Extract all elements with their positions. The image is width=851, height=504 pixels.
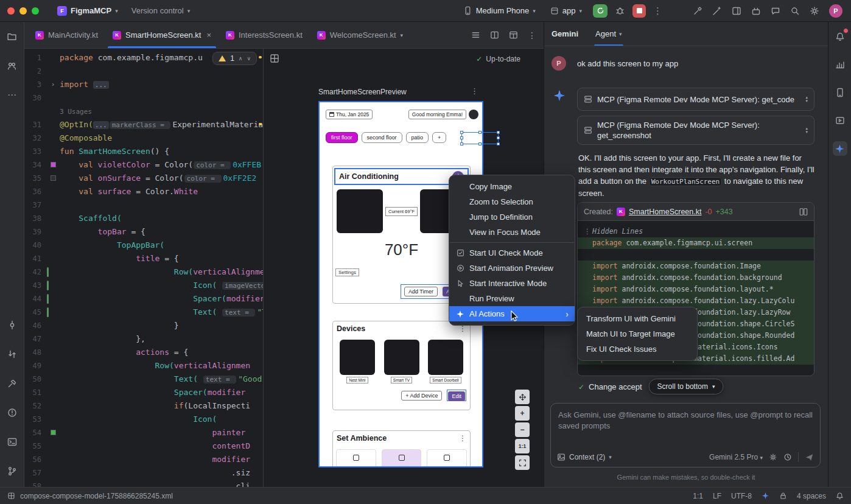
run-apply-changes-button[interactable]: [593, 4, 608, 18]
created-file-link[interactable]: SmartHomeScreen.kt: [629, 208, 701, 216]
tool-call-card-get-screenshot[interactable]: MCP (Figma Remote Dev Mode MCP Server): …: [577, 116, 814, 145]
zoom-to-fit-button[interactable]: [515, 455, 530, 470]
tools-icon[interactable]: [693, 6, 702, 16]
preview-more-icon[interactable]: ⋮: [471, 86, 478, 96]
zoom-in-button[interactable]: +: [515, 406, 530, 421]
ambience-more-icon[interactable]: ⋮: [459, 434, 466, 443]
build-tool-button[interactable]: [5, 376, 19, 391]
resource-manager-button[interactable]: [5, 58, 19, 73]
resize-handle[interactable]: [460, 131, 463, 134]
notifications-button[interactable]: [833, 29, 847, 44]
layout-columns-icon[interactable]: [732, 6, 741, 16]
tool-call-card-get-code[interactable]: MCP (Figma Remote Dev Mode MCP Server): …: [577, 88, 814, 111]
chip-patio[interactable]: patio: [406, 132, 429, 143]
settings-gear-icon[interactable]: [810, 6, 819, 16]
component-selection-box[interactable]: [461, 132, 499, 144]
inspection-widget[interactable]: 1 ∧ ∨: [212, 52, 257, 65]
next-issue-icon[interactable]: ∨: [247, 55, 251, 61]
more-options-icon[interactable]: ⋮: [528, 30, 536, 40]
plugins-icon[interactable]: [751, 6, 761, 16]
add-device-button[interactable]: + Add Device: [401, 391, 442, 401]
split-editor-icon[interactable]: [490, 30, 499, 40]
chip-second-floor[interactable]: second floor: [362, 132, 402, 143]
settings-chip[interactable]: Settings: [335, 268, 359, 276]
magic-wand-icon[interactable]: [712, 6, 722, 16]
add-timer-button[interactable]: Add Timer: [404, 287, 438, 296]
device-item[interactable]: Smart Doorbell: [424, 340, 467, 383]
devices-more-icon[interactable]: ⋮: [459, 324, 466, 333]
debug-icon[interactable]: [615, 5, 625, 16]
menu-item-jump-to-definition[interactable]: Jump to Definition: [449, 209, 575, 225]
minimize-window-button[interactable]: [19, 7, 27, 15]
stop-button[interactable]: [632, 4, 646, 18]
expand-icon[interactable]: ▴▾: [805, 96, 808, 103]
device-item[interactable]: Smart TV: [380, 340, 423, 383]
zoom-out-button[interactable]: −: [515, 422, 530, 437]
submenu-item-fix-ui-check[interactable]: Fix UI Check Issues: [578, 341, 697, 357]
resize-handle[interactable]: [460, 136, 463, 139]
close-window-button[interactable]: [7, 7, 15, 15]
search-icon[interactable]: [790, 6, 800, 16]
ambience-tile[interactable]: [427, 449, 467, 467]
tab-mainactivity[interactable]: K MainActivity.kt: [28, 22, 105, 48]
warning-stripe-mark[interactable]: [259, 56, 262, 58]
indent-setting[interactable]: 4 spaces: [797, 492, 826, 500]
project-tool-button[interactable]: [5, 29, 19, 44]
status-file-name[interactable]: compose-compose-model-1758866285245.xml: [20, 492, 173, 500]
gemini-input[interactable]: Ask Gemini, use @filename to attach sour…: [550, 403, 821, 467]
chip-add-floor[interactable]: +: [432, 132, 446, 143]
structure-list-icon[interactable]: [471, 30, 480, 40]
layout-mode-icon[interactable]: [509, 30, 518, 40]
tab-interestsscreen[interactable]: K InterestsScreen.kt: [219, 22, 310, 48]
expand-icon[interactable]: ▴▾: [805, 127, 808, 134]
notifications-bell-icon[interactable]: [836, 492, 844, 500]
app-avatar[interactable]: [469, 110, 478, 119]
zoom-ratio-button[interactable]: 1:1: [515, 439, 530, 453]
ambience-tile[interactable]: [382, 449, 422, 467]
resize-handle[interactable]: [497, 136, 500, 139]
submenu-item-match-ui[interactable]: Match UI to Target Image: [578, 326, 697, 341]
menu-item-start-ui-check-mode[interactable]: Start UI Check Mode: [449, 245, 575, 261]
menu-item-zoom-to-selection[interactable]: Zoom to Selection: [449, 194, 575, 209]
ai-spark-icon[interactable]: [762, 492, 769, 500]
model-selector[interactable]: Gemini 2.5 Pro ▾: [709, 453, 763, 461]
ambience-tile[interactable]: [336, 449, 376, 467]
date-chip[interactable]: Thu, Jan 2025: [326, 110, 373, 119]
run-configuration-selector[interactable]: app ▾: [547, 4, 586, 17]
running-devices-button[interactable]: [833, 113, 847, 128]
device-selector[interactable]: Medium Phone ▾: [460, 4, 539, 17]
chat-icon[interactable]: [771, 6, 780, 16]
user-avatar[interactable]: P: [829, 4, 842, 18]
project-menu[interactable]: F FigmaMCP ▾: [54, 4, 122, 18]
prev-issue-icon[interactable]: ∧: [239, 55, 243, 61]
scroll-to-bottom-button[interactable]: Scroll to bottom ▾: [649, 379, 724, 394]
tab-agent[interactable]: Agent ▾: [595, 22, 622, 46]
problems-tool-button[interactable]: [5, 405, 19, 420]
resize-handle[interactable]: [497, 142, 500, 145]
warning-stripe-mark[interactable]: [259, 123, 262, 125]
maximize-window-button[interactable]: [32, 7, 39, 15]
preview-grid-icon[interactable]: [270, 54, 279, 63]
more-tool-windows-button[interactable]: ⋯: [5, 88, 19, 102]
tab-smarthomescreen[interactable]: K SmartHomeScreen.kt ×: [105, 22, 219, 48]
error-stripe[interactable]: [259, 49, 262, 487]
tab-welcomescreen[interactable]: K WelcomeScreen.kt ▾: [310, 22, 410, 48]
caret-position[interactable]: 1:1: [693, 492, 703, 500]
menu-item-start-interactive-mode[interactable]: Start Interactive Mode: [449, 276, 575, 291]
menu-item-copy-image[interactable]: Copy Image: [449, 179, 575, 194]
commit-tool-button[interactable]: [5, 318, 19, 332]
close-tab-icon[interactable]: ×: [206, 30, 211, 40]
gemini-settings-icon[interactable]: [769, 453, 777, 461]
submenu-item-transform-ui[interactable]: Transform UI with Gemini: [578, 311, 697, 326]
history-clock-icon[interactable]: [783, 453, 792, 461]
resize-handle[interactable]: [497, 131, 500, 134]
device-manager-button[interactable]: [833, 85, 847, 100]
file-encoding[interactable]: UTF-8: [731, 492, 752, 500]
more-actions-icon[interactable]: ⋮: [653, 5, 662, 16]
send-icon[interactable]: [805, 453, 814, 462]
attach-image-icon[interactable]: [557, 453, 566, 461]
resize-handle[interactable]: [478, 142, 482, 145]
gemini-tool-button[interactable]: [833, 141, 847, 156]
chip-first-floor[interactable]: first floor: [326, 132, 358, 143]
lock-icon[interactable]: [779, 492, 787, 500]
